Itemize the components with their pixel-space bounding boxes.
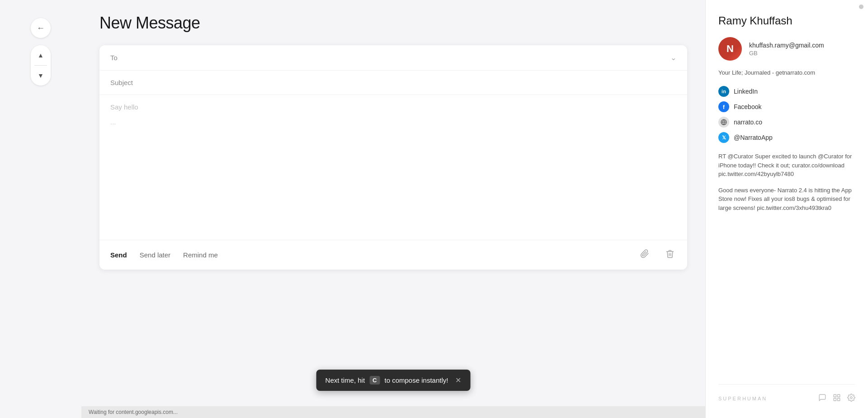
twitter-label: @NarratoApp bbox=[734, 134, 773, 141]
svg-point-6 bbox=[850, 397, 853, 399]
contact-header: N khuffash.ramy@gmail.com GB bbox=[718, 37, 855, 61]
status-text: Waiting for content.googleapis.com... bbox=[89, 409, 178, 415]
grid-icon[interactable] bbox=[833, 394, 841, 404]
social-link-linkedin[interactable]: in LinkedIn bbox=[718, 86, 855, 97]
main-area: New Message To ⌄ Subject Say hello ... S… bbox=[81, 0, 705, 418]
footer-icons bbox=[818, 394, 855, 404]
compose-body[interactable]: Say hello ... bbox=[99, 95, 687, 240]
toast-suffix: to compose instantly! bbox=[385, 376, 448, 384]
facebook-icon: f bbox=[718, 101, 729, 112]
to-input[interactable] bbox=[137, 54, 670, 62]
tweet-1: RT @Curator Super excited to launch @Cur… bbox=[718, 152, 855, 179]
page-title: New Message bbox=[99, 14, 687, 33]
compose-toolbar: Send Send later Remind me bbox=[99, 240, 687, 270]
toast-prefix: Next time, hit bbox=[326, 376, 365, 384]
tweet-2: Good news everyone- Narrato 2.4 is hitti… bbox=[718, 186, 855, 213]
avatar-letter: N bbox=[718, 37, 742, 61]
superhuman-logo: SUPERHUMAN bbox=[718, 396, 767, 401]
social-link-web[interactable]: narrato.co bbox=[718, 117, 855, 128]
trash-icon bbox=[665, 249, 675, 261]
nav-arrows-container: ▲ ▼ bbox=[31, 45, 51, 86]
contact-info: khuffash.ramy@gmail.com GB bbox=[749, 42, 824, 57]
to-label: To bbox=[110, 54, 137, 62]
send-later-button[interactable]: Send later bbox=[140, 251, 170, 259]
social-links: in LinkedIn f Facebook narrato.co bbox=[718, 86, 855, 143]
svg-rect-2 bbox=[834, 394, 836, 397]
subject-field-row: Subject bbox=[99, 71, 687, 95]
paperclip-icon bbox=[640, 249, 649, 261]
body-placeholder: Say hello bbox=[110, 103, 676, 111]
web-icon bbox=[718, 117, 729, 128]
contact-sub: GB bbox=[749, 50, 824, 57]
chat-icon[interactable] bbox=[818, 394, 826, 404]
svg-rect-3 bbox=[838, 394, 840, 397]
subject-input[interactable] bbox=[137, 79, 676, 86]
linkedin-label: LinkedIn bbox=[734, 88, 758, 95]
back-icon: ← bbox=[37, 24, 45, 33]
nav-up-button[interactable]: ▲ bbox=[31, 45, 51, 65]
facebook-label: Facebook bbox=[734, 103, 761, 110]
social-link-twitter[interactable]: 𝕏 @NarratoApp bbox=[718, 132, 855, 143]
contact-name: Ramy Khuffash bbox=[718, 14, 855, 27]
svg-rect-5 bbox=[838, 399, 840, 401]
toast-key: C bbox=[369, 376, 380, 385]
indicator-dot bbox=[859, 5, 863, 9]
web-label: narrato.co bbox=[734, 119, 762, 126]
contact-tagline: Your Life; Journaled - getnarrato.com bbox=[718, 69, 855, 77]
body-dots: ... bbox=[110, 118, 676, 126]
attach-button[interactable] bbox=[638, 247, 651, 262]
remind-me-button[interactable]: Remind me bbox=[183, 251, 218, 259]
to-chevron-icon[interactable]: ⌄ bbox=[670, 53, 676, 62]
social-link-facebook[interactable]: f Facebook bbox=[718, 101, 855, 112]
compose-card: To ⌄ Subject Say hello ... Send Send lat… bbox=[99, 45, 687, 270]
left-sidebar: ← ▲ ▼ bbox=[0, 0, 81, 418]
settings-icon[interactable] bbox=[847, 394, 855, 404]
right-sidebar: Ramy Khuffash N khuffash.ramy@gmail.com … bbox=[705, 0, 868, 418]
twitter-icon: 𝕏 bbox=[718, 132, 729, 143]
toast-notification: Next time, hit C to compose instantly! ✕ bbox=[316, 370, 471, 391]
linkedin-icon: in bbox=[718, 86, 729, 97]
svg-rect-4 bbox=[834, 399, 836, 401]
toast-close-button[interactable]: ✕ bbox=[455, 377, 461, 384]
status-bar: Waiting for content.googleapis.com... bbox=[81, 406, 705, 418]
nav-down-button[interactable]: ▼ bbox=[31, 66, 51, 86]
chevron-down-icon: ▼ bbox=[38, 72, 44, 79]
back-button[interactable]: ← bbox=[31, 18, 51, 38]
send-button[interactable]: Send bbox=[110, 251, 127, 259]
chevron-up-icon: ▲ bbox=[38, 52, 44, 59]
to-field-row: To ⌄ bbox=[99, 45, 687, 71]
avatar: N bbox=[718, 37, 742, 61]
right-sidebar-footer: SUPERHUMAN bbox=[718, 384, 855, 404]
delete-button[interactable] bbox=[664, 247, 676, 262]
contact-email: khuffash.ramy@gmail.com bbox=[749, 42, 824, 49]
subject-label: Subject bbox=[110, 79, 137, 86]
